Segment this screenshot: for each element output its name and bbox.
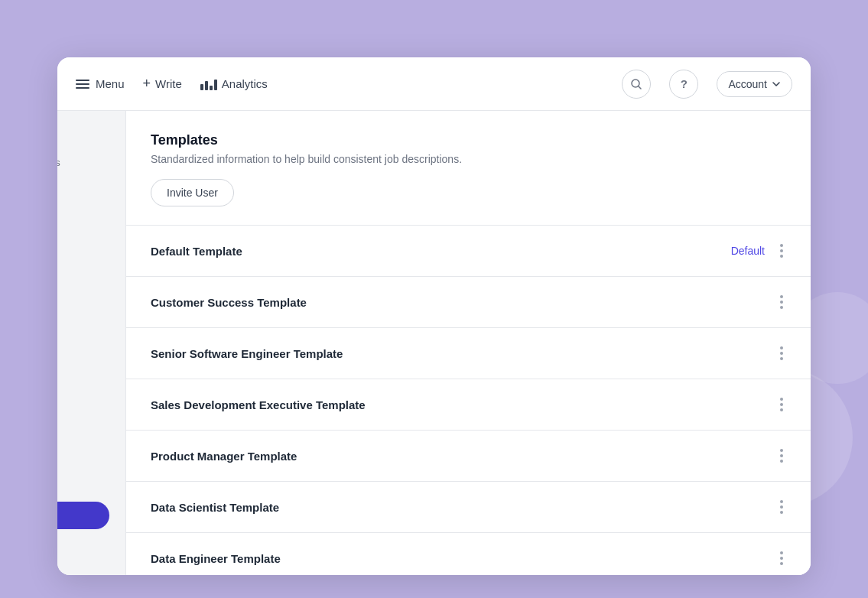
templates-subtitle: Standardized information to help build c… <box>151 153 786 165</box>
navbar: Menu + Write Analytics ? Ac <box>57 57 811 111</box>
template-row-actions <box>777 343 786 363</box>
template-row-actions <box>777 395 786 414</box>
sidebar: es <box>57 111 126 575</box>
template-name: Data Scientist Template <box>151 501 279 514</box>
template-name: Default Template <box>151 245 242 258</box>
main-card: Menu + Write Analytics ? Ac <box>57 57 811 575</box>
more-options-button[interactable] <box>777 343 786 363</box>
template-row-actions <box>777 446 786 466</box>
write-label: Write <box>155 77 182 90</box>
default-badge: Default <box>731 245 765 257</box>
help-button[interactable]: ? <box>669 70 698 99</box>
invite-user-button[interactable]: Invite User <box>151 179 234 206</box>
more-options-button[interactable] <box>777 446 786 466</box>
chart-icon <box>200 78 217 90</box>
write-button[interactable]: + Write <box>143 76 182 92</box>
search-button[interactable] <box>622 70 651 99</box>
search-icon <box>630 78 642 90</box>
more-options-button[interactable] <box>777 241 786 261</box>
template-row[interactable]: Data Engineer Template <box>126 533 811 575</box>
account-label: Account <box>728 78 767 90</box>
main-panel: Templates Standardized information to he… <box>126 111 811 575</box>
template-name: Senior Software Engineer Template <box>151 347 343 360</box>
more-options-button[interactable] <box>777 548 786 568</box>
analytics-label: Analytics <box>222 77 268 90</box>
template-row-actions <box>777 548 786 568</box>
template-row-actions <box>777 497 786 517</box>
sidebar-item-label: es <box>57 157 60 168</box>
template-row[interactable]: Data Scientist Template <box>126 482 811 533</box>
template-row[interactable]: Sales Development Executive Template <box>126 379 811 431</box>
chevron-down-icon <box>772 80 781 89</box>
menu-label: Menu <box>96 77 125 90</box>
template-row[interactable]: Default Template Default <box>126 226 811 277</box>
svg-line-1 <box>639 86 641 89</box>
account-button[interactable]: Account <box>717 71 792 97</box>
more-options-button[interactable] <box>777 395 786 414</box>
template-row-actions: Default <box>731 241 786 261</box>
template-row-actions <box>777 292 786 312</box>
analytics-button[interactable]: Analytics <box>200 77 268 90</box>
template-row[interactable]: Senior Software Engineer Template <box>126 328 811 379</box>
hamburger-icon <box>76 80 89 89</box>
more-options-button[interactable] <box>777 292 786 312</box>
content-area: es Templates Standardized information to… <box>57 111 811 575</box>
plus-icon: + <box>143 76 151 92</box>
template-list: Default Template Default Customer Succes… <box>126 226 811 575</box>
template-row[interactable]: Customer Success Template <box>126 277 811 328</box>
template-name: Data Engineer Template <box>151 552 281 565</box>
template-name: Product Manager Template <box>151 450 297 463</box>
more-options-button[interactable] <box>777 497 786 517</box>
template-name: Customer Success Template <box>151 296 307 309</box>
menu-button[interactable]: Menu <box>76 77 125 90</box>
template-name: Sales Development Executive Template <box>151 398 366 411</box>
templates-header: Templates Standardized information to he… <box>126 111 811 226</box>
sidebar-blue-button[interactable] <box>57 502 109 529</box>
help-icon: ? <box>681 77 688 90</box>
templates-title: Templates <box>151 132 786 148</box>
template-row[interactable]: Product Manager Template <box>126 431 811 482</box>
